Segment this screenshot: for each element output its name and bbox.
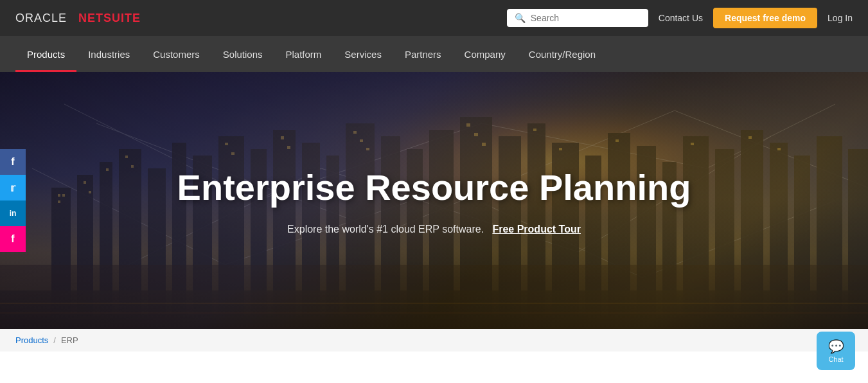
linkedin-icon: in [10,209,17,218]
logo: ORACLE NETSUITE [15,12,141,25]
hero-title: Enterprise Resource Planning [177,166,691,208]
nav-item-country-region[interactable]: Country/Region [517,36,607,72]
breadcrumb-separator: / [53,335,56,345]
svg-rect-58 [225,143,228,145]
top-bar: ORACLE NETSUITE 🔍 Contact Us Request fre… [0,0,868,36]
social-sidebar: f 𝕣 in f [0,149,26,252]
svg-rect-52 [58,200,60,203]
svg-rect-59 [231,152,235,155]
facebook-share-button[interactable]: f [0,149,26,175]
svg-rect-60 [281,136,284,139]
svg-rect-53 [84,181,86,184]
svg-rect-54 [89,191,91,193]
logo-oracle: ORACLE [15,12,67,24]
flipboard-share-button[interactable]: f [0,226,26,252]
svg-rect-74 [0,265,868,329]
breadcrumb-current: ERP [61,335,78,345]
svg-rect-55 [106,168,109,171]
request-demo-button[interactable]: Request free demo [713,8,817,28]
nav-item-products[interactable]: Products [15,36,76,72]
svg-rect-68 [533,129,536,131]
main-nav: Products Industries Customers Solutions … [0,36,868,72]
nav-item-platform[interactable]: Platform [274,36,333,72]
nav-item-solutions[interactable]: Solutions [211,36,274,72]
svg-rect-56 [125,156,128,158]
nav-items-list: Products Industries Customers Solutions … [15,36,607,72]
svg-rect-65 [466,123,470,127]
chat-button[interactable]: 💬 Chat [817,332,855,352]
linkedin-share-button[interactable]: in [0,200,26,226]
breadcrumb-products-link[interactable]: Products [15,335,48,345]
svg-rect-62 [353,131,357,134]
contact-us-link[interactable]: Contact Us [659,13,703,23]
nav-item-company[interactable]: Company [453,36,517,72]
svg-rect-71 [691,143,694,145]
search-input[interactable] [531,13,641,23]
search-icon: 🔍 [515,13,526,23]
svg-rect-67 [482,143,486,146]
chat-icon: 💬 [828,339,844,352]
hero-subtitle-text: Explore the world's #1 cloud ERP softwar… [287,224,484,235]
svg-rect-50 [58,194,60,197]
svg-rect-69 [559,148,562,150]
nav-item-services[interactable]: Services [333,36,393,72]
flipboard-icon: f [11,233,14,245]
svg-rect-61 [287,146,290,149]
breadcrumb: Products / ERP [0,329,868,352]
svg-rect-72 [748,136,752,139]
svg-rect-66 [474,133,478,136]
nav-item-industries[interactable]: Industries [76,36,141,72]
nav-item-partners[interactable]: Partners [393,36,453,72]
svg-rect-73 [777,148,781,150]
facebook-icon: f [11,156,14,168]
twitter-share-button[interactable]: 𝕣 [0,175,26,200]
hero-subtitle: Explore the world's #1 cloud ERP softwar… [177,224,691,235]
svg-rect-64 [366,148,369,150]
nav-item-customers[interactable]: Customers [141,36,211,72]
twitter-icon: 𝕣 [10,182,15,194]
logo-netsuite: NETSUITE [78,12,141,24]
hero-content: Enterprise Resource Planning Explore the… [177,166,691,235]
top-right-controls: 🔍 Contact Us Request free demo Log In [507,8,853,28]
svg-rect-63 [360,139,363,142]
hero-section: f 𝕣 in f Enterprise Resource Planning Ex… [0,72,868,329]
free-product-tour-link[interactable]: Free Product Tour [492,224,581,235]
svg-rect-57 [131,165,134,168]
login-link[interactable]: Log In [828,13,853,23]
svg-rect-51 [62,194,65,197]
svg-rect-70 [616,139,619,142]
search-bar[interactable]: 🔍 [507,9,648,27]
